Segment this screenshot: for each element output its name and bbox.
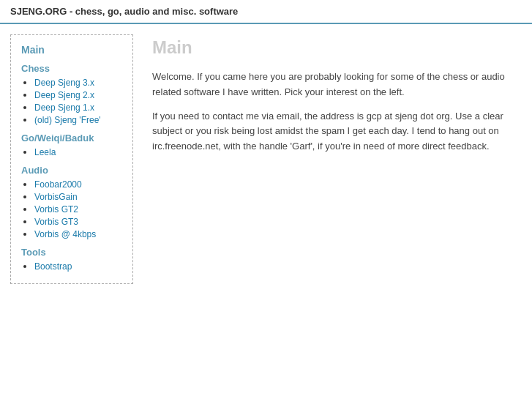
sidebar-section-list-0: Deep Sjeng 3.xDeep Sjeng 2.xDeep Sjeng 1… (21, 77, 122, 125)
sidebar: Main ChessDeep Sjeng 3.xDeep Sjeng 2.xDe… (10, 34, 133, 284)
list-item: Deep Sjeng 1.x (34, 102, 122, 113)
sidebar-section-list-3: Bootstrap (21, 261, 122, 272)
sidebar-section-title-2: Audio (21, 165, 122, 176)
sidebar-link-0-3[interactable]: (old) Sjeng 'Free' (34, 115, 101, 125)
list-item: VorbisGain (34, 191, 122, 202)
content-title: Main (152, 37, 514, 58)
content-area: Main Welcome. If you came here you are p… (145, 34, 522, 166)
list-item: Vorbis GT2 (34, 204, 122, 215)
main-container: Main ChessDeep Sjeng 3.xDeep Sjeng 2.xDe… (0, 24, 532, 294)
sidebar-section-title-1: Go/Weiqi/Baduk (21, 133, 122, 143)
sidebar-section-list-1: Leela (21, 146, 122, 157)
header: SJENG.ORG - chess, go, audio and misc. s… (0, 0, 532, 24)
sidebar-link-2-1[interactable]: VorbisGain (34, 192, 78, 202)
sidebar-link-2-4[interactable]: Vorbis @ 4kbps (34, 229, 96, 239)
sidebar-link-2-0[interactable]: Foobar2000 (34, 179, 82, 190)
sidebar-link-0-2[interactable]: Deep Sjeng 1.x (34, 102, 94, 113)
sidebar-link-0-1[interactable]: Deep Sjeng 2.x (34, 90, 94, 100)
sidebar-section-list-2: Foobar2000VorbisGainVorbis GT2Vorbis GT3… (21, 179, 122, 239)
sidebar-link-0-0[interactable]: Deep Sjeng 3.x (34, 78, 94, 88)
sidebar-link-1-0[interactable]: Leela (34, 147, 56, 157)
list-item: (old) Sjeng 'Free' (34, 114, 122, 125)
list-item: Bootstrap (34, 261, 122, 272)
list-item: Deep Sjeng 3.x (34, 77, 122, 88)
sidebar-section-title-3: Tools (21, 247, 122, 258)
list-item: Foobar2000 (34, 179, 122, 190)
sidebar-link-3-0[interactable]: Bootstrap (34, 261, 72, 272)
sidebar-link-2-3[interactable]: Vorbis GT3 (34, 217, 78, 227)
sidebar-main-label: Main (21, 44, 122, 56)
content-paragraph-1: If you need to contact me via email, the… (152, 109, 514, 154)
list-item: Vorbis @ 4kbps (34, 228, 122, 239)
sidebar-section-title-0: Chess (21, 63, 122, 74)
list-item: Vorbis GT3 (34, 216, 122, 227)
list-item: Deep Sjeng 2.x (34, 89, 122, 100)
list-item: Leela (34, 146, 122, 157)
sidebar-link-2-2[interactable]: Vorbis GT2 (34, 204, 78, 215)
header-title: SJENG.ORG - chess, go, audio and misc. s… (10, 6, 238, 17)
content-paragraph-0: Welcome. If you came here you are probab… (152, 70, 514, 100)
